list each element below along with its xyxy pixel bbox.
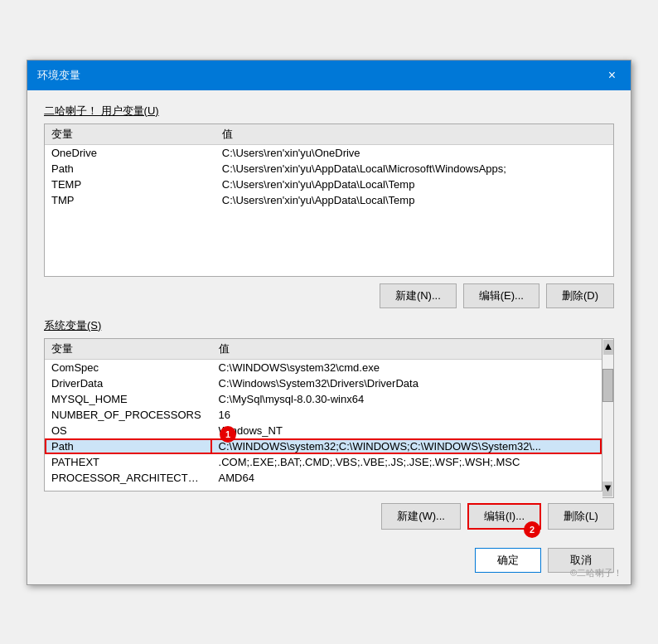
- system-col-var-header: 变量: [45, 339, 212, 360]
- system-btn-row: 新建(W)... 编辑(I)... 删除(L) 2: [44, 503, 614, 530]
- user-table-row[interactable]: OneDriveC:\Users\ren'xin'yu\OneDrive: [45, 144, 613, 161]
- system-table-row[interactable]: DriverDataC:\Windows\System32\Drivers\Dr…: [45, 375, 602, 391]
- user-section-label: 二哈喇子！ 用户变量(U): [44, 104, 614, 119]
- environment-variables-dialog: 环境变量 × 二哈喇子！ 用户变量(U) 变量 值 OneDriveC:\Use…: [27, 60, 631, 585]
- system-row-val: Windows_NT: [212, 423, 602, 438]
- system-table-row[interactable]: MYSQL_HOMEC:\MySql\mysql-8.0.30-winx64: [45, 391, 602, 407]
- system-table-row[interactable]: PathC:\WINDOWS\system32;C:\WINDOWS;C:\WI…: [45, 438, 602, 454]
- system-new-button[interactable]: 新建(W)...: [381, 503, 461, 530]
- title-bar: 环境变量 ×: [27, 61, 631, 90]
- user-row-val: C:\Users\ren'xin'yu\AppData\Local\Temp: [215, 192, 613, 208]
- user-table-row[interactable]: TEMPC:\Users\ren'xin'yu\AppData\Local\Te…: [45, 177, 613, 192]
- user-table-row[interactable]: TMPC:\Users\ren'xin'yu\AppData\Local\Tem…: [45, 192, 613, 208]
- system-row-val: AMD64: [212, 470, 602, 486]
- user-col-val-header: 值: [215, 124, 613, 145]
- system-section-wrapper: 变量 值 ComSpecC:\WINDOWS\system32\cmd.exeD…: [44, 338, 614, 498]
- user-table-row[interactable]: PathC:\Users\ren'xin'yu\AppData\Local\Mi…: [45, 161, 613, 177]
- user-col-var-header: 变量: [45, 124, 215, 145]
- user-row-var: TMP: [45, 192, 215, 208]
- badge-2: 2: [524, 521, 540, 538]
- system-col-val-header: 值: [212, 339, 602, 360]
- system-row-var: MYSQL_HOME: [45, 391, 212, 407]
- ok-button[interactable]: 确定: [475, 548, 541, 573]
- system-table-row[interactable]: PROCESSOR_ARCHITECTUREAMD64: [45, 470, 602, 486]
- user-row-val: C:\Users\ren'xin'yu\AppData\Local\Micros…: [215, 161, 613, 177]
- system-row-var: OS: [45, 423, 212, 438]
- system-row-val: 16: [212, 407, 602, 423]
- scrollbar-up-arrow[interactable]: ▲: [603, 340, 613, 355]
- dialog-title: 环境变量: [37, 68, 80, 83]
- user-row-var: OneDrive: [45, 144, 215, 161]
- user-table-body: OneDriveC:\Users\ren'xin'yu\OneDrivePath…: [45, 144, 613, 208]
- system-row-val: C:\MySql\mysql-8.0.30-winx64: [212, 391, 602, 407]
- scrollbar-thumb[interactable]: [602, 369, 613, 402]
- system-variables-table-container: 变量 值 ComSpecC:\WINDOWS\system32\cmd.exeD…: [44, 338, 602, 491]
- system-row-var: PROCESSOR_ARCHITECTURE: [45, 470, 212, 486]
- user-variables-table: 变量 值 OneDriveC:\Users\ren'xin'yu\OneDriv…: [45, 124, 613, 208]
- footer-btn-row: 确定 取消: [44, 541, 614, 573]
- user-row-var: TEMP: [45, 177, 215, 192]
- system-table-row[interactable]: OSWindows_NT: [45, 423, 602, 438]
- system-row-var: PATHEXT: [45, 454, 212, 470]
- system-row-var: DriverData: [45, 375, 212, 391]
- user-new-button[interactable]: 新建(N)...: [380, 283, 457, 308]
- system-row-var: ComSpec: [45, 359, 212, 375]
- system-table-row[interactable]: ComSpecC:\WINDOWS\system32\cmd.exe: [45, 359, 602, 375]
- user-row-val: C:\Users\ren'xin'yu\AppData\Local\Temp: [215, 177, 613, 192]
- system-row-val: C:\Windows\System32\Drivers\DriverData: [212, 375, 602, 391]
- system-scrollbar[interactable]: ▲ ▼: [602, 338, 614, 498]
- dialog-body: 二哈喇子！ 用户变量(U) 变量 值 OneDriveC:\Users\ren'…: [27, 90, 631, 584]
- system-row-val: C:\WINDOWS\system32\cmd.exe: [212, 359, 602, 375]
- system-delete-button[interactable]: 删除(L): [548, 503, 614, 530]
- system-row-var: NUMBER_OF_PROCESSORS: [45, 407, 212, 423]
- user-edit-button[interactable]: 编辑(E)...: [463, 283, 539, 308]
- user-btn-row: 新建(N)... 编辑(E)... 删除(D): [44, 283, 614, 308]
- user-row-var: Path: [45, 161, 215, 177]
- user-row-val: C:\Users\ren'xin'yu\OneDrive: [215, 144, 613, 161]
- system-row-var: Path: [45, 438, 212, 454]
- system-table-header: 变量 值: [45, 339, 602, 360]
- system-variables-table: 变量 值 ComSpecC:\WINDOWS\system32\cmd.exeD…: [45, 339, 602, 486]
- system-row-val: C:\WINDOWS\system32;C:\WINDOWS;C:\WINDOW…: [212, 438, 602, 454]
- system-section-label: 系统变量(S): [44, 318, 614, 333]
- close-button[interactable]: ×: [603, 67, 621, 84]
- system-table-row[interactable]: PATHEXT.COM;.EXE;.BAT;.CMD;.VBS;.VBE;.JS…: [45, 454, 602, 470]
- user-variables-table-container: 变量 值 OneDriveC:\Users\ren'xin'yu\OneDriv…: [44, 123, 614, 277]
- scrollbar-down-arrow[interactable]: ▼: [602, 482, 612, 496]
- system-row-val: .COM;.EXE;.BAT;.CMD;.VBS;.VBE;.JS;.JSE;.…: [212, 454, 602, 470]
- user-delete-button[interactable]: 删除(D): [546, 283, 614, 308]
- badge-1: 1: [218, 428, 236, 444]
- watermark: ©二哈喇子！: [570, 567, 622, 579]
- system-table-with-scroll: 变量 值 ComSpecC:\WINDOWS\system32\cmd.exeD…: [44, 338, 614, 498]
- system-table-row[interactable]: NUMBER_OF_PROCESSORS16: [45, 407, 602, 423]
- system-table-body: ComSpecC:\WINDOWS\system32\cmd.exeDriver…: [45, 359, 602, 486]
- user-table-header: 变量 值: [45, 124, 613, 145]
